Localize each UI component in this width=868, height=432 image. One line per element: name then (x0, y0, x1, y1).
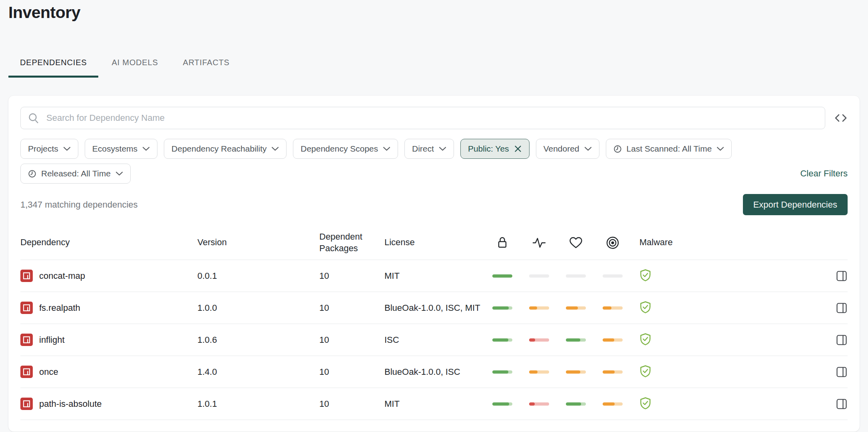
bullseye-icon (603, 236, 623, 250)
npm-icon (20, 398, 33, 410)
col-header-dependent-packages: Dependent Packages (319, 231, 384, 254)
filter-chip-public-yes[interactable]: Public: Yes (460, 139, 530, 159)
score-bar-maintenance (566, 402, 603, 406)
search-input[interactable] (20, 107, 825, 129)
score-bar-quality (529, 338, 566, 342)
filter-chip-direct[interactable]: Direct (404, 139, 454, 159)
dependencies-table: Dependency Version Dependent Packages Li… (20, 226, 848, 420)
filter-chip-row-1: ProjectsEcosystemsDependency Reachabilit… (20, 139, 848, 159)
score-bar-maintenance (566, 306, 603, 310)
filter-chip-dependency-reachability[interactable]: Dependency Reachability (164, 139, 287, 159)
score-bar-security (492, 274, 529, 278)
shield-check-icon (639, 301, 651, 315)
malware-status (639, 365, 691, 379)
table-body: concat-map 0.0.1 10 MIT (20, 260, 848, 420)
pulse-icon (529, 236, 549, 250)
tab-artifacts[interactable]: ARTIFACTS (171, 58, 241, 78)
open-side-panel-icon[interactable] (832, 366, 848, 378)
clock-icon (28, 170, 36, 178)
dependent-packages-count: 10 (319, 293, 384, 323)
table-header-row: Dependency Version Dependent Packages Li… (20, 226, 848, 260)
table-row[interactable]: fs.realpath 1.0.0 10 BlueOak-1.0.0, ISC,… (20, 292, 848, 324)
dependent-packages-count: 10 (319, 357, 384, 387)
filter-chip-label: Vendored (543, 144, 579, 154)
filter-chip-label: Released: All Time (41, 169, 111, 178)
filter-chip-label: Projects (28, 144, 58, 154)
col-header-dependency: Dependency (20, 237, 197, 248)
filter-chip-label: Direct (412, 144, 434, 154)
score-bar-security (492, 402, 529, 406)
filter-chip-label: Last Scanned: All Time (627, 144, 712, 154)
filter-chip-dependency-scopes[interactable]: Dependency Scopes (293, 139, 398, 159)
remove-filter-icon[interactable] (514, 145, 522, 153)
dependency-name[interactable]: fs.realpath (39, 303, 80, 313)
score-bar-maintenance (566, 370, 603, 374)
table-row[interactable]: inflight 1.0.6 10 ISC (20, 324, 848, 356)
filter-chip-label: Dependency Scopes (301, 144, 378, 154)
dependencies-panel: ProjectsEcosystemsDependency Reachabilit… (8, 96, 860, 432)
summary-row: 1,347 matching dependencies Export Depen… (20, 194, 848, 215)
dependency-name[interactable]: path-is-absolute (39, 399, 102, 409)
dependent-packages-count: 10 (319, 261, 384, 291)
code-query-icon[interactable] (834, 112, 848, 124)
malware-status (639, 397, 691, 411)
malware-status (639, 301, 691, 315)
filter-chip-projects[interactable]: Projects (20, 139, 78, 159)
shield-check-icon (639, 397, 651, 411)
license-value: BlueOak-1.0.0, ISC (384, 357, 492, 387)
open-side-panel-icon[interactable] (832, 398, 848, 410)
filter-chip-vendored[interactable]: Vendored (536, 139, 599, 159)
filter-chip-label: Ecosystems (92, 144, 137, 154)
export-dependencies-button[interactable]: Export Dependencies (743, 194, 848, 215)
clear-filters-link[interactable]: Clear Filters (800, 168, 848, 179)
col-header-license: License (384, 237, 492, 248)
score-bar-maintenance (566, 338, 603, 342)
malware-status (639, 333, 691, 347)
score-bar-vulnerability (603, 338, 639, 342)
chevron-down-icon (271, 146, 279, 151)
dependency-name[interactable]: concat-map (39, 271, 85, 281)
search-row (20, 107, 848, 129)
score-bar-vulnerability (603, 274, 639, 278)
table-row[interactable]: once 1.4.0 10 BlueOak-1.0.0, ISC (20, 356, 848, 388)
dependency-version: 1.0.1 (197, 389, 319, 419)
score-bar-quality (529, 402, 566, 406)
npm-icon (20, 366, 33, 378)
chevron-down-icon (63, 146, 71, 151)
chevron-down-icon (142, 146, 150, 151)
dependency-name[interactable]: once (39, 367, 58, 377)
score-bar-security (492, 370, 529, 374)
filter-chip-last-scanned-all-time[interactable]: Last Scanned: All Time (606, 139, 732, 159)
dependency-version: 1.0.0 (197, 293, 319, 323)
heart-icon (566, 236, 586, 250)
score-bar-vulnerability (603, 402, 639, 406)
tab-dependencies[interactable]: DEPENDENCIES (8, 58, 98, 78)
dependency-version: 1.0.6 (197, 325, 319, 355)
table-row[interactable]: concat-map 0.0.1 10 MIT (20, 260, 848, 292)
license-value: BlueOak-1.0.0, ISC, MIT (384, 293, 492, 323)
dependency-version: 1.4.0 (197, 357, 319, 387)
score-bar-security (492, 338, 529, 342)
open-side-panel-icon[interactable] (832, 270, 848, 282)
score-bar-security (492, 306, 529, 310)
tab-ai-models[interactable]: AI MODELS (100, 58, 169, 78)
license-value: MIT (384, 389, 492, 419)
col-header-version: Version (197, 237, 319, 248)
table-row[interactable]: path-is-absolute 1.0.1 10 MIT (20, 388, 848, 420)
malware-status (639, 269, 691, 283)
chevron-down-icon (115, 171, 123, 176)
filter-chip-ecosystems[interactable]: Ecosystems (85, 139, 157, 159)
score-bar-quality (529, 274, 566, 278)
col-header-malware: Malware (639, 237, 691, 248)
npm-icon (20, 302, 33, 314)
open-side-panel-icon[interactable] (832, 334, 848, 346)
inventory-page: Inventory DEPENDENCIESAI MODELSARTIFACTS… (0, 0, 868, 432)
dependency-name[interactable]: inflight (39, 335, 65, 345)
search-box (20, 107, 825, 129)
filter-chip-label: Dependency Reachability (171, 144, 267, 154)
npm-icon (20, 270, 33, 282)
open-side-panel-icon[interactable] (832, 302, 848, 314)
npm-icon (20, 334, 33, 346)
filter-chip-released-all-time[interactable]: Released: All Time (20, 164, 131, 184)
dependency-version: 0.0.1 (197, 261, 319, 291)
